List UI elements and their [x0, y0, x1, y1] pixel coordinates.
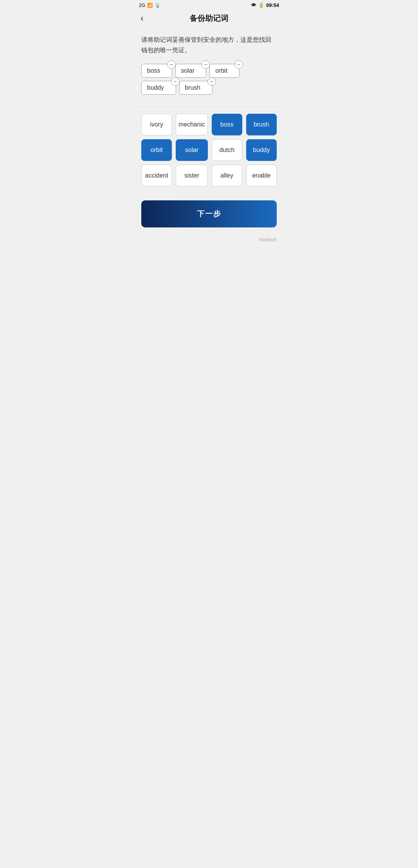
status-bar: 2G 📶 📡 👁 🔋 09:54 [134, 0, 284, 10]
eye-icon: 👁 [251, 2, 256, 8]
word-option-button[interactable]: alley [212, 165, 242, 186]
signal-text: 2G [139, 3, 145, 8]
selected-word-chip[interactable]: orbit− [209, 64, 239, 78]
remove-word-button[interactable]: − [235, 60, 243, 69]
remove-word-button[interactable]: − [207, 77, 216, 86]
word-option-button[interactable]: buddy [246, 139, 277, 161]
selected-word-chip[interactable]: brush− [179, 81, 212, 95]
time-display: 09:54 [266, 2, 279, 8]
word-option-button[interactable]: orbit [141, 139, 172, 161]
word-option-button[interactable]: enable [246, 165, 277, 186]
word-option-button[interactable]: ivory [141, 114, 172, 135]
word-option-button[interactable]: mechanic [176, 114, 207, 135]
selected-word-chip[interactable]: buddy− [141, 81, 176, 95]
word-option-button[interactable]: accident [141, 165, 172, 186]
word-option-button[interactable]: dutch [212, 139, 242, 161]
next-button[interactable]: 下一步 [141, 200, 277, 227]
status-left: 2G 📶 📡 [139, 3, 161, 8]
back-button[interactable]: ‹ [140, 14, 144, 23]
signal-icon: 📶 [147, 3, 153, 8]
selected-word-chip[interactable]: solar− [175, 64, 207, 78]
header: ‹ 备份助记词 [134, 10, 284, 28]
word-option-button[interactable]: solar [176, 139, 207, 161]
next-button-area: 下一步 [141, 193, 277, 237]
word-grid: ivorymechanicbossbrushorbitsolardutchbud… [141, 114, 277, 186]
word-grid-section: ivorymechanicbossbrushorbitsolardutchbud… [141, 107, 277, 193]
description-text: 请将助记词妥善保管到安全的地方，这是您找回钱包的唯一凭证。 [141, 34, 277, 55]
wifi-icon: 📡 [155, 3, 161, 8]
word-option-button[interactable]: sister [176, 165, 207, 186]
status-right: 👁 🔋 09:54 [251, 2, 279, 8]
word-option-button[interactable]: boss [212, 114, 242, 135]
remove-word-button[interactable]: − [167, 60, 176, 69]
remove-word-button[interactable]: − [171, 77, 180, 86]
selected-words-area: boss−solar−orbit−buddy−brush− [141, 64, 277, 106]
remove-word-button[interactable]: − [201, 60, 210, 69]
selected-word-chip[interactable]: boss− [141, 64, 172, 78]
battery-icon: 🔋 [258, 2, 264, 8]
watermark: Mattock [141, 237, 277, 246]
page-title: 备份助记词 [190, 13, 228, 24]
main-content: 请将助记词妥善保管到安全的地方，这是您找回钱包的唯一凭证。 boss−solar… [134, 28, 284, 246]
word-option-button[interactable]: brush [246, 114, 277, 135]
